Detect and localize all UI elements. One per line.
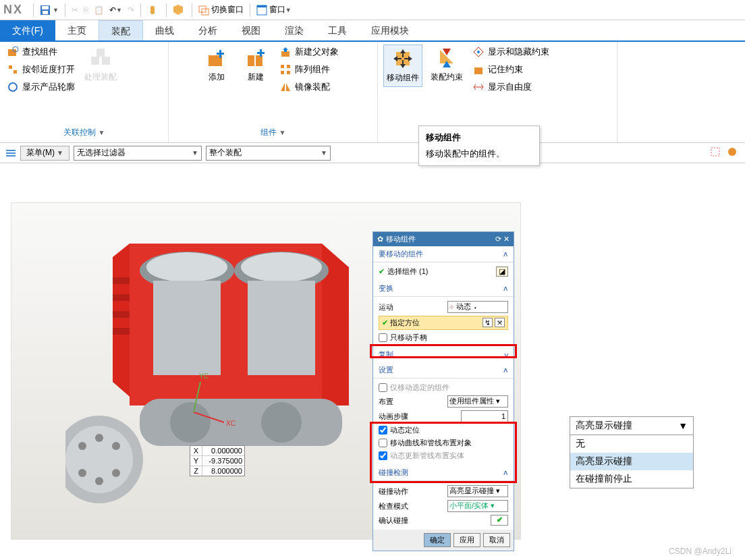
svg-rect-23 <box>281 51 289 57</box>
only-handle-checkbox[interactable] <box>379 333 387 342</box>
dialog-titlebar[interactable]: ✿移动组件 ⟳ ✕ <box>373 232 514 246</box>
add-button[interactable]: 添加 <box>200 45 233 86</box>
csys-icon[interactable]: ⤧ <box>495 318 505 327</box>
check-mode-label: 检查模式 <box>379 501 408 511</box>
engine-model: XC YC <box>65 230 362 520</box>
undo-icon[interactable]: ↶ ▼ <box>107 4 125 16</box>
ribbon-group-link-control: 查找组件 按邻近度打开 显示产品轮廓 处理装配 关联控制▼ <box>0 42 169 142</box>
divider <box>33 3 34 17</box>
dropdown-option-highlight[interactable]: 高亮显示碰撞 <box>570 453 693 470</box>
show-dof-button[interactable]: 显示自由度 <box>471 80 551 94</box>
confirm-collision-button[interactable]: ✔ <box>491 515 508 526</box>
svg-point-50 <box>146 252 227 282</box>
svg-point-12 <box>9 83 17 91</box>
tab-assembly[interactable]: 装配 <box>99 20 143 40</box>
motion-label: 运动 <box>379 302 393 312</box>
select-component-icon[interactable]: ◪ <box>496 267 508 277</box>
show-product-outline-button[interactable]: 显示产品轮廓 <box>5 80 76 94</box>
filter-icon[interactable] <box>727 146 740 159</box>
remember-constraint-button[interactable]: 记住约束 <box>471 62 551 77</box>
svg-point-38 <box>78 442 86 450</box>
close-icon[interactable]: ✕ <box>503 235 509 243</box>
tab-view[interactable]: 视图 <box>229 20 273 40</box>
tab-analyze[interactable]: 分析 <box>186 20 229 40</box>
section-transform[interactable]: 变换ʌ <box>373 281 514 296</box>
collision-action-dropdown[interactable]: 高亮显示碰撞 ▾ <box>447 485 508 497</box>
new-parent-button[interactable]: 新建父对象 <box>278 45 340 59</box>
section-to-move[interactable]: 要移动的组件ʌ <box>373 246 514 262</box>
confirm-collision-label: 确认碰撞 <box>379 515 408 526</box>
save-icon[interactable]: ▼ <box>37 3 61 17</box>
tab-curve[interactable]: 曲线 <box>143 20 186 40</box>
chevron-down-icon[interactable]: ▼ <box>99 129 105 136</box>
dropdown-current[interactable]: 高亮显示碰撞▼ <box>570 417 693 435</box>
show-hide-constraint-button[interactable]: 显示和隐藏约束 <box>471 45 551 59</box>
ribbon-group-component: 添加 新建 新建父对象 阵列组件 镜像装配 组件▼ <box>169 42 378 142</box>
select-component-label[interactable]: 选择组件 (1) <box>387 267 493 277</box>
check-mode-dropdown[interactable]: 小平面/实体 ▾ <box>447 500 508 512</box>
menu-tabs: 文件(F) 主页 装配 曲线 分析 视图 渲染 工具 应用模块 <box>0 20 745 42</box>
motion-dropdown[interactable]: ⟐ 动态 ▾ <box>447 301 508 313</box>
open-by-proximity-button[interactable]: 按邻近度打开 <box>5 62 76 77</box>
svg-rect-13 <box>91 57 99 65</box>
assembly-constraint-button[interactable]: 装配约束 <box>428 45 466 86</box>
find-component-button[interactable]: 查找组件 <box>5 45 76 59</box>
pattern-component-button[interactable]: 阵列组件 <box>278 62 340 77</box>
section-copy[interactable]: 复制v <box>373 347 514 362</box>
dynamic-pos-checkbox[interactable] <box>379 426 387 435</box>
scope-dropdown[interactable]: 整个装配▼ <box>206 146 331 161</box>
apply-button[interactable]: 应用 <box>453 533 480 547</box>
section-collision[interactable]: 碰撞检测ʌ <box>373 465 514 480</box>
collision-action-label: 碰撞动作 <box>379 486 408 497</box>
tab-render[interactable]: 渲染 <box>273 20 316 40</box>
coord-y: -9.375000 <box>202 456 244 466</box>
tab-home[interactable]: 主页 <box>55 20 99 40</box>
orient-icon[interactable]: ↯ <box>482 318 493 327</box>
new-button[interactable]: 新建 <box>239 45 273 86</box>
dialog-title: 移动组件 <box>386 234 416 244</box>
tab-tools[interactable]: 工具 <box>316 20 359 40</box>
mirror-assembly-button[interactable]: 镜像装配 <box>278 80 340 94</box>
svg-rect-19 <box>248 55 254 66</box>
reset-icon[interactable]: ⟳ <box>495 235 501 243</box>
coordinate-readout: X0.000000 Y-9.375000 Z8.000000 <box>190 445 245 476</box>
window-menu-label: 窗口 <box>269 4 285 16</box>
menu-button[interactable]: 菜单(M)▼ <box>20 146 70 161</box>
ok-button[interactable]: 确定 <box>424 533 451 547</box>
section-settings[interactable]: 设置ʌ <box>373 362 514 378</box>
switch-window-button[interactable]: 切换窗口 <box>196 3 246 17</box>
dyn-update-checkbox[interactable] <box>379 451 387 460</box>
coord-x: 0.000000 <box>202 446 244 455</box>
svg-rect-26 <box>281 71 284 74</box>
svg-rect-18 <box>217 53 224 55</box>
svg-point-40 <box>78 469 86 477</box>
anim-step-input[interactable] <box>461 410 508 422</box>
menu-icon[interactable] <box>5 148 16 159</box>
selection-icon[interactable] <box>710 146 723 159</box>
layout-dropdown[interactable]: 使用组件属性 ▾ <box>447 395 508 408</box>
specify-orient-row[interactable]: ✔ 指定方位 ↯ ⤧ <box>379 316 508 330</box>
divider <box>250 3 250 17</box>
svg-rect-22 <box>257 52 265 54</box>
dropdown-option-none[interactable]: 无 <box>570 435 693 453</box>
chevron-down-icon[interactable]: ▼ <box>279 129 286 136</box>
move-component-button[interactable]: 移动组件 <box>383 45 422 87</box>
tab-apps[interactable]: 应用模块 <box>359 20 421 40</box>
svg-rect-24 <box>281 65 284 68</box>
move-curves-checkbox[interactable] <box>379 439 387 447</box>
tab-file[interactable]: 文件(F) <box>0 20 55 40</box>
window-menu-button[interactable]: 窗口 ▼ <box>254 3 294 17</box>
move-component-tooltip: 移动组件 移动装配中的组件。 <box>418 125 540 166</box>
dropdown-option-stop[interactable]: 在碰撞前停止 <box>570 470 693 488</box>
switch-window-label: 切换窗口 <box>211 4 244 16</box>
only-selected-checkbox[interactable] <box>379 383 387 392</box>
svg-rect-25 <box>287 65 290 68</box>
svg-rect-34 <box>711 148 719 156</box>
help-icon[interactable] <box>170 3 188 17</box>
selection-filter-dropdown[interactable]: 无选择过滤器▼ <box>74 146 202 161</box>
svg-rect-1 <box>42 6 49 9</box>
cancel-button[interactable]: 取消 <box>483 533 510 547</box>
touch-icon[interactable] <box>144 3 163 17</box>
divider <box>192 3 192 17</box>
svg-point-56 <box>170 402 211 443</box>
